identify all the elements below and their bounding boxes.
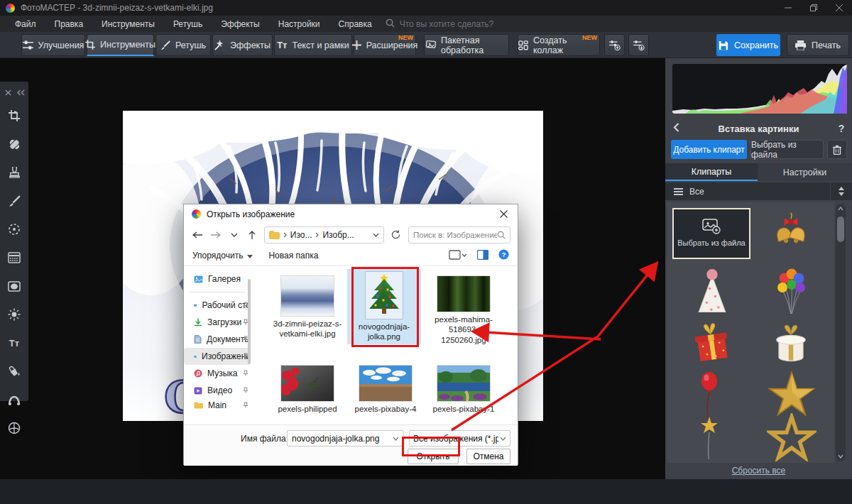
music-icon — [194, 369, 202, 378]
clipart-filter-dropdown[interactable]: Все — [665, 182, 830, 200]
maximize-button[interactable] — [801, 0, 826, 16]
brush-tool-icon[interactable] — [6, 192, 23, 209]
clone-stamp-tool-icon[interactable] — [6, 164, 23, 181]
radial-filter-tool-icon[interactable] — [6, 221, 23, 238]
print-button[interactable]: Печать — [787, 34, 849, 56]
panel-close-icon[interactable] — [5, 86, 11, 99]
tab-extensions[interactable]: Расширения NEW — [354, 34, 416, 56]
menu-effects[interactable]: Эффекты — [212, 16, 269, 32]
healing-patch-tool-icon[interactable] — [6, 136, 23, 153]
filename-input[interactable] — [292, 434, 384, 444]
clipart-star-wand[interactable] — [691, 415, 728, 461]
file-item-tree-selected[interactable]: novogodnjaja-jolka.png — [347, 269, 421, 344]
clipart-party-hat[interactable] — [674, 265, 750, 320]
breadcrumb-segment[interactable]: Изо... — [290, 230, 312, 240]
tab-cliparts[interactable]: Клипарты — [665, 163, 758, 181]
text-tool-icon[interactable]: Tт — [6, 334, 23, 351]
sidebar-item-gallery[interactable]: Галерея — [184, 270, 251, 287]
nav-back-icon[interactable] — [191, 227, 204, 243]
presets-add-button[interactable] — [604, 34, 625, 56]
sidebar-item-downloads[interactable]: Загрузки — [184, 314, 251, 331]
create-collage-button[interactable]: Создать коллаж NEW — [518, 34, 600, 56]
choose-from-file-button[interactable]: Выбрать из файла — [750, 140, 824, 159]
dialog-search-input[interactable] — [413, 231, 497, 239]
tab-enhancements[interactable]: Улучшения — [21, 34, 85, 56]
file-item-forest[interactable]: pexels-mahima-518693-1250260.jpg — [427, 276, 501, 345]
file-item-sky[interactable]: pexels-pixabay-4 — [349, 366, 422, 414]
tab-settings[interactable]: Настройки — [758, 163, 852, 181]
3d-lut-tool-icon[interactable] — [6, 420, 23, 437]
add-clipart-button[interactable]: Добавить клипарт — [671, 140, 747, 159]
brightness-tool-icon[interactable] — [6, 306, 23, 323]
menu-tools[interactable]: Инструменты — [92, 16, 164, 32]
menu-file[interactable]: Файл — [6, 16, 45, 32]
menu-help[interactable]: Справка — [329, 16, 381, 32]
nav-forward-icon[interactable] — [209, 227, 223, 243]
dialog-close-button[interactable] — [489, 204, 518, 224]
fill-tool-icon[interactable] — [6, 363, 23, 380]
nav-recent-icon[interactable] — [227, 227, 241, 243]
presets-import-button[interactable] — [628, 34, 649, 56]
sidebar-item-music[interactable]: Музыка — [184, 365, 251, 382]
open-button[interactable]: Открыть — [408, 449, 459, 464]
tab-text-frames[interactable]: Tт Текст и рамки — [274, 34, 352, 56]
breadcrumb[interactable]: Изо... Изобр... — [264, 226, 384, 243]
filename-field[interactable] — [287, 430, 404, 447]
clipart-white-gift[interactable] — [759, 319, 823, 366]
new-badge: NEW — [398, 34, 413, 41]
new-folder-button[interactable]: Новая папка — [268, 251, 318, 261]
tab-retouch[interactable]: Ретушь — [155, 34, 211, 56]
sidebar-item-main[interactable]: Main — [184, 399, 251, 412]
filter-spinner[interactable] — [831, 182, 852, 200]
scrollbar-thumb[interactable] — [837, 217, 844, 242]
file-item-landscape[interactable]: pexels-pixabay-1 — [427, 366, 501, 414]
panel-collapse-icon[interactable] — [17, 86, 25, 99]
clipart-choose-from-file-tile[interactable]: Выбрать из файла — [672, 208, 750, 259]
close-button[interactable] — [826, 0, 852, 16]
file-item-winter[interactable]: 3d-zimnii-peizaz-s-vetkami-elki.jpg — [271, 276, 344, 339]
sidebar-item-videos[interactable]: Видео — [184, 382, 251, 399]
chevron-down-icon — [500, 437, 506, 441]
global-search-input[interactable] — [400, 19, 528, 29]
filetype-select[interactable]: Все изображения (*.jpg *.jpeg — [409, 430, 510, 447]
file-thumbnail — [359, 366, 412, 401]
back-chevron-icon[interactable] — [665, 122, 687, 135]
curves-tool-icon[interactable] — [6, 391, 23, 408]
clipart-bells[interactable] — [759, 208, 823, 259]
pin-icon — [243, 368, 248, 378]
view-mode-button[interactable] — [449, 250, 467, 262]
organize-button[interactable]: Упорядочить — [192, 251, 253, 261]
dialog-cancel-button[interactable]: Отмена — [466, 449, 510, 464]
clipart-red-gift[interactable] — [674, 319, 750, 366]
minimize-button[interactable] — [775, 0, 801, 16]
clipart-balloons[interactable] — [759, 265, 823, 320]
sidebar-item-documents[interactable]: Документы — [184, 331, 251, 348]
chevron-right-icon — [315, 232, 319, 238]
nav-up-icon[interactable] — [246, 227, 259, 243]
tab-tools[interactable]: Инструменты — [87, 34, 154, 56]
refresh-icon[interactable] — [389, 226, 403, 243]
menu-settings[interactable]: Настройки — [269, 16, 329, 32]
file-item-flower[interactable]: pexels-philipped — [271, 366, 344, 414]
status-bar: Отменить Повторить Сбросить 1:1 17% — [0, 479, 852, 504]
trash-button[interactable] — [827, 140, 847, 159]
preview-pane-button[interactable] — [477, 250, 488, 262]
batch-processing-button[interactable]: Пакетная обработка — [424, 34, 509, 56]
menu-retouch[interactable]: Ретушь — [164, 16, 212, 32]
menu-edit[interactable]: Правка — [45, 16, 93, 32]
breadcrumb-segment[interactable]: Изобр... — [322, 230, 354, 240]
clipart-star-outline[interactable] — [758, 412, 826, 462]
reset-all-link[interactable]: Сбросить все — [665, 466, 852, 476]
sidebar-item-desktop[interactable]: Рабочий сто — [184, 297, 251, 314]
clipart-scrollbar[interactable] — [836, 204, 846, 461]
save-button[interactable]: Сохранить — [716, 34, 780, 56]
graduated-filter-tool-icon[interactable] — [6, 249, 23, 266]
help-button[interactable]: ? — [831, 123, 852, 134]
videos-icon — [194, 387, 202, 395]
window-title: ФотоМАСТЕР - 3d-zimnii-peizaz-s-vetkami-… — [21, 3, 213, 13]
crop-tool-icon[interactable] — [6, 107, 23, 124]
vignette-tool-icon[interactable] — [6, 278, 23, 295]
tab-effects[interactable]: Эффекты — [212, 34, 273, 56]
sidebar-item-pictures[interactable]: Изображени — [184, 348, 251, 365]
help-icon[interactable]: ? — [498, 249, 509, 262]
